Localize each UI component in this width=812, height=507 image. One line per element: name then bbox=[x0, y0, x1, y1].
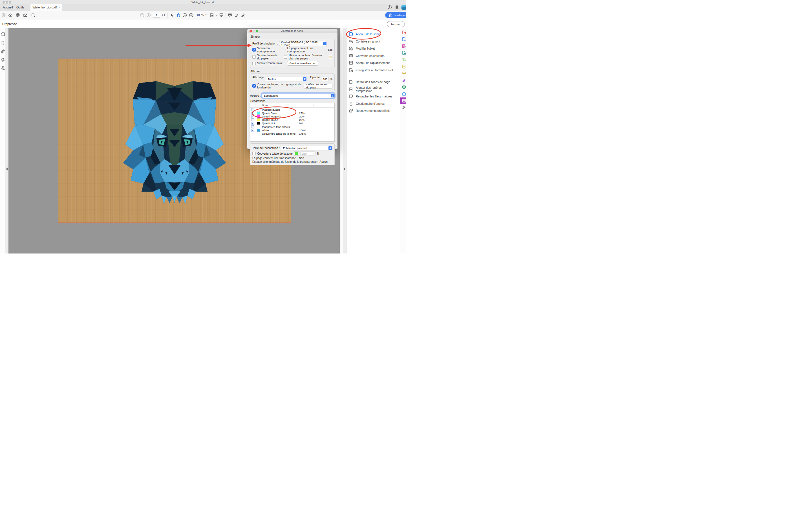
right-pane-gutter[interactable] bbox=[343, 28, 347, 253]
export-pdf-icon[interactable] bbox=[402, 30, 406, 35]
zoom-out-icon[interactable] bbox=[183, 13, 187, 17]
previous-page-icon[interactable] bbox=[140, 13, 144, 17]
dialog-close-button[interactable] bbox=[250, 30, 252, 33]
total-coverage-checkbox[interactable] bbox=[252, 152, 256, 155]
print-tool-icon[interactable] bbox=[402, 84, 406, 89]
separation-checkbox[interactable]: ✓ bbox=[251, 122, 254, 125]
comment-icon[interactable] bbox=[228, 13, 232, 17]
panel-item-label: Modifier l'objet bbox=[356, 47, 375, 50]
separation-row-plaques-en-tons-directs[interactable]: ✓Plaques en tons directs bbox=[250, 125, 335, 128]
prepare-form-icon[interactable] bbox=[402, 64, 406, 69]
panel-item-aper-u-de-l-aplatissement[interactable]: Aperçu de l'aplatissement bbox=[349, 60, 398, 66]
reading-mode-icon[interactable] bbox=[219, 13, 223, 17]
separation-row-quadri-noir[interactable]: ✓Quadri Noir0% bbox=[250, 122, 335, 125]
separation-row-plaques-quadri[interactable]: ✓Plaques quadri bbox=[250, 108, 335, 111]
panel-item-gestionnaire-d-encres[interactable]: Gestionnaire d'encres bbox=[349, 101, 398, 107]
hand-tool-icon[interactable] bbox=[176, 13, 181, 17]
show-dropdown[interactable]: Toutes bbox=[266, 76, 307, 81]
sign-icon[interactable] bbox=[241, 13, 245, 17]
tab-document[interactable]: White_Ink_Lion.pdf × bbox=[31, 4, 62, 11]
panel-item-ajouter-des-rep-res-d-impression[interactable]: Ajouter des repères d'impression bbox=[349, 86, 398, 93]
save-icon[interactable] bbox=[1, 13, 6, 17]
avatar[interactable] bbox=[401, 5, 406, 10]
page-thumbnails-icon[interactable] bbox=[1, 32, 5, 37]
tab-tools[interactable]: Outils bbox=[16, 4, 24, 11]
help-icon[interactable] bbox=[388, 5, 392, 10]
separation-checkbox[interactable]: ✓ bbox=[251, 115, 254, 118]
dialog-titlebar[interactable]: Aperçu de la sortie bbox=[247, 29, 338, 33]
fill-sign-icon[interactable] bbox=[402, 78, 406, 82]
separation-row-quadri-cyan[interactable]: ✓Quadri Cyan27% bbox=[250, 111, 335, 115]
panel-item-d-finir-des-zones-de-page[interactable]: Définir des zones de page bbox=[349, 79, 398, 85]
comment-tool-icon[interactable] bbox=[402, 71, 406, 76]
settings-wrench-icon[interactable] bbox=[402, 105, 406, 110]
zoom-in-icon[interactable] bbox=[189, 13, 193, 17]
panel-item-convertir-les-couleurs[interactable]: Convertir les couleurs bbox=[349, 53, 398, 59]
blend-space-label: Espace colorimétrique de fusion de la tr… bbox=[252, 160, 318, 163]
simulate-paper-checkbox[interactable] bbox=[252, 55, 256, 59]
separation-row-couverture-totale-de-la-zone[interactable]: Couverture totale de la zone175% bbox=[250, 132, 335, 135]
expand-right-icon[interactable] bbox=[344, 168, 346, 170]
separation-checkbox[interactable]: ✓ bbox=[251, 125, 254, 128]
page-number-input[interactable]: 1 bbox=[153, 13, 160, 18]
page-boxes-checkbox[interactable]: ✓ bbox=[252, 84, 256, 88]
print-production-icon[interactable] bbox=[402, 98, 406, 103]
separation-checkbox[interactable]: ✓ bbox=[251, 118, 254, 121]
window-zoom-button[interactable] bbox=[9, 1, 11, 4]
separation-checkbox[interactable]: ✓ bbox=[251, 108, 254, 111]
separation-row-quadri-jaune[interactable]: ✓Quadri Jaune28% bbox=[250, 118, 335, 122]
bell-icon[interactable] bbox=[395, 5, 399, 10]
page-bg-checkbox[interactable] bbox=[284, 55, 287, 59]
collapse-left-icon[interactable] bbox=[6, 168, 8, 170]
window-minimize-button[interactable] bbox=[6, 1, 8, 4]
attachments-icon[interactable] bbox=[1, 49, 5, 54]
zoom-level-dropdown[interactable]: 100% ▾ bbox=[195, 13, 207, 17]
separation-checkbox[interactable]: ✓ bbox=[251, 112, 254, 115]
simulate-overprint-checkbox[interactable]: ✓ bbox=[252, 48, 256, 52]
simulate-black-ink-checkbox[interactable] bbox=[252, 62, 256, 65]
panel-item-recouvrements-pr-d-finis[interactable]: Recouvrements prédéfinis bbox=[349, 108, 398, 114]
close-prepress-button[interactable]: Fermer bbox=[387, 21, 405, 27]
upload-cloud-icon[interactable] bbox=[8, 13, 13, 17]
dialog-minimize-button[interactable] bbox=[253, 30, 255, 33]
tab-close-icon[interactable]: × bbox=[58, 6, 60, 9]
separation-value: 175% bbox=[299, 132, 335, 135]
window-close-button[interactable] bbox=[3, 1, 5, 4]
send-review-icon[interactable] bbox=[402, 92, 406, 96]
organize-pages-icon[interactable] bbox=[402, 50, 406, 55]
panel-item-contr-le-en-amont[interactable]: Contrôle en amont bbox=[349, 38, 398, 45]
panel-item-retoucher-les-filets-maigres[interactable]: Retoucher les filets maigres bbox=[349, 93, 398, 100]
panel-item-modifier-l-objet[interactable]: Modifier l'objet bbox=[349, 45, 398, 52]
select-tool-icon[interactable] bbox=[169, 13, 174, 17]
separation-checkbox[interactable]: ✓ bbox=[251, 129, 254, 132]
opacity-input[interactable]: 100 bbox=[322, 76, 328, 81]
separation-row-white[interactable]: ✓White100% bbox=[250, 128, 335, 132]
dialog-zoom-button[interactable] bbox=[256, 30, 258, 33]
panel-item-enregistrer-au-format-pdf-x[interactable]: Enregistrer au format PDF/X bbox=[349, 67, 398, 73]
coverage-color-well[interactable] bbox=[294, 151, 299, 156]
scrollbar-track[interactable] bbox=[340, 28, 343, 253]
preview-mode-dropdown[interactable]: Séparations bbox=[262, 93, 335, 98]
search-icon[interactable] bbox=[31, 13, 36, 17]
share-button[interactable]: Partager bbox=[385, 12, 406, 18]
coverage-value-dropdown[interactable]: 280 ∨ bbox=[300, 151, 315, 156]
layers-icon[interactable] bbox=[1, 57, 5, 62]
email-icon[interactable] bbox=[23, 13, 28, 17]
panel-item-aper-u-de-la-sortie[interactable]: Aperçu de la sortie bbox=[349, 31, 398, 37]
highlight-icon[interactable] bbox=[234, 13, 239, 17]
tags-icon[interactable] bbox=[1, 66, 5, 70]
bookmarks-icon[interactable] bbox=[1, 41, 5, 45]
set-page-boxes-button[interactable]: Définir des zones de page bbox=[304, 83, 333, 89]
sample-size-dropdown[interactable]: Echantillon ponctuel bbox=[281, 146, 333, 151]
crop-pages-icon[interactable] bbox=[402, 57, 406, 62]
ink-manager-button[interactable]: Gestionnaire d'encres bbox=[287, 61, 318, 66]
fit-width-icon[interactable] bbox=[209, 13, 214, 17]
tab-home[interactable]: Accueil bbox=[3, 4, 13, 11]
next-page-icon[interactable] bbox=[146, 13, 151, 17]
print-icon[interactable] bbox=[15, 13, 20, 17]
combine-files-icon[interactable] bbox=[402, 44, 406, 48]
create-pdf-icon[interactable] bbox=[402, 37, 406, 41]
page-bg-color-well[interactable] bbox=[329, 55, 333, 59]
simulation-profile-dropdown[interactable]: Coated FOGRA39 (ISO 12647-2:2004) bbox=[279, 41, 327, 46]
separation-row-quadri-magenta[interactable]: ✓Quadri Magenta20% bbox=[250, 115, 335, 118]
